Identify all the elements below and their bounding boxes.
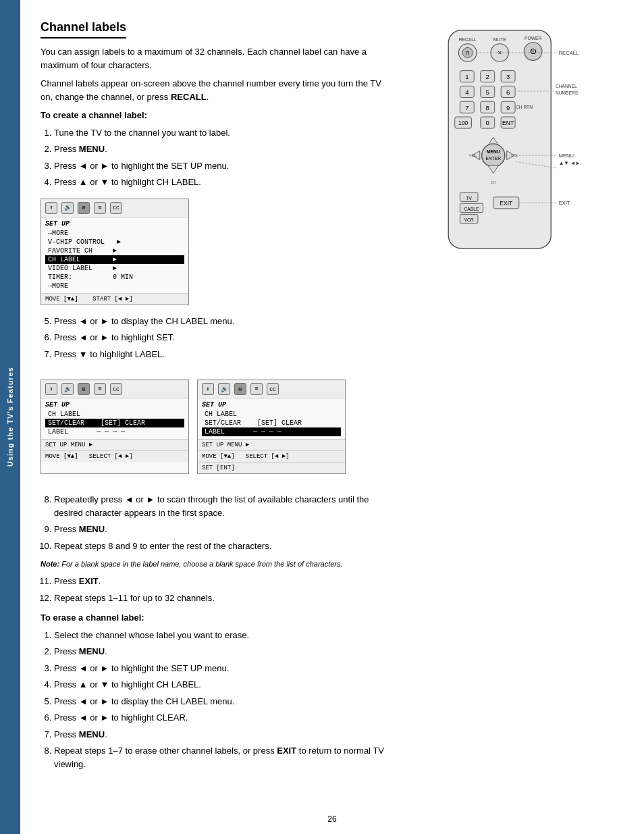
icon-cc: CC <box>110 202 122 214</box>
icon-audio-2a: 🔊 <box>61 383 74 395</box>
menu-icons-row-1: ⬆ 🔊 ⚙ ≡ CC <box>41 199 188 217</box>
step-create-9: Press MENU. <box>54 523 392 536</box>
step-erase-3: Press ◄ or ► to highlight the SET UP men… <box>54 662 392 675</box>
menu-body-2a: SET UP CH LABEL SET/CLEAR [SET] CLEAR LA… <box>41 398 188 439</box>
menu-icons-row-2b: ⬆ 🔊 ⚙ ≡ CC <box>198 380 345 398</box>
step-create-2: Press MENU. <box>54 142 392 156</box>
menu-footer-2b-2: MOVE [▼▲] SELECT [◄ ►] <box>198 450 345 462</box>
remote-illustration: R ✕ ⏻ RECALL MUTE POWER <box>412 27 594 284</box>
step-create-12: Repeat steps 1–11 for up to 32 channels. <box>54 592 392 605</box>
sidebar-label: Using the TV's Features <box>6 367 14 467</box>
icon-pref: ≡ <box>94 202 106 214</box>
menu-icons-row-2a: ⬆ 🔊 ⚙ ≡ CC <box>41 380 188 398</box>
steps-create-list: Tune the TV to the channel you want to l… <box>54 126 392 189</box>
step-erase-6: Press ◄ or ► to highlight CLEAR. <box>54 711 392 725</box>
step-create-1: Tune the TV to the channel you want to l… <box>54 126 392 140</box>
step-erase-7: Press MENU. <box>54 728 392 741</box>
section1-heading: To create a channel label: <box>41 109 392 122</box>
step-erase-8: Repeat steps 1–7 to erase other channel … <box>54 744 392 771</box>
svg-text:POWER: POWER <box>525 36 541 41</box>
icon-cc-2b: CC <box>267 383 279 395</box>
menu-item-vchip: V-CHIP CONTROL ► <box>45 238 184 246</box>
svg-text:▲▼ ◄►: ▲▼ ◄► <box>559 160 581 166</box>
step-erase-2: Press MENU. <box>54 645 392 658</box>
icon-audio-2b: 🔊 <box>218 383 230 395</box>
svg-text:MENU: MENU <box>487 149 500 154</box>
svg-text:CH: CH <box>491 180 496 184</box>
step-create-4: Press ▲ or ▼ to highlight CH LABEL. <box>54 176 392 189</box>
exit-bold-1: EXIT <box>79 576 99 586</box>
svg-text:EXIT: EXIT <box>559 200 570 206</box>
svg-text:⏻: ⏻ <box>530 47 537 55</box>
svg-text:RECALL: RECALL <box>459 37 477 42</box>
menu-footer-2b: SET UP MENU ► <box>198 439 345 450</box>
menu-bold-3: MENU <box>79 646 105 656</box>
menu-screenshot-pair: ⬆ 🔊 ⚙ ≡ CC SET UP CH LABEL SET/CLEAR [SE… <box>41 370 392 484</box>
section2-heading: To erase a channel label: <box>41 611 392 625</box>
menu-item-setclear-2a: SET/CLEAR [SET] CLEAR <box>45 419 184 427</box>
svg-text:5: 5 <box>486 88 489 96</box>
menu-item-label-2b: LABEL — — — — <box>202 427 341 436</box>
menu-footer-2b-3: SET [ENT] <box>198 462 345 473</box>
icon-picture-2b: ⚙ <box>234 383 246 395</box>
menu-title-1: SET UP <box>45 220 184 228</box>
menu-body-2b: SET UP CH LABEL SET/CLEAR [SET] CLEAR LA… <box>198 398 345 439</box>
icon-setup: ⬆ <box>45 202 57 214</box>
svg-text:100: 100 <box>458 120 468 126</box>
menu-title-2b: SET UP <box>202 401 341 409</box>
menu-item-timer: TIMER: 0 MIN <box>45 273 184 282</box>
step-create-10: Repeat steps 8 and 9 to enter the rest o… <box>54 540 392 553</box>
menu-screenshot-1: ⬆ 🔊 ⚙ ≡ CC SET UP →MORE V-CHIP CONTROL ►… <box>41 199 189 305</box>
step-create-8: Repeatedly press ◄ or ► to scan through … <box>54 493 392 519</box>
step-erase-4: Press ▲ or ▼ to highlight CH LABEL. <box>54 678 392 692</box>
page-number: 26 <box>20 814 644 824</box>
svg-text:R: R <box>466 51 469 55</box>
step-erase-1: Select the channel whose label you want … <box>54 629 392 642</box>
main-content: Channel labels You can assign labels to … <box>20 0 644 834</box>
content-right: R ✕ ⏻ RECALL MUTE POWER <box>412 20 601 286</box>
icon-cc-2a: CC <box>110 383 122 395</box>
menu-bold-4: MENU <box>79 729 105 739</box>
icon-picture: ⚙ <box>78 202 90 214</box>
remote-container: R ✕ ⏻ RECALL MUTE POWER <box>412 27 601 286</box>
menu-screenshot-2a: ⬆ 🔊 ⚙ ≡ CC SET UP CH LABEL SET/CLEAR [SE… <box>41 380 189 474</box>
steps-create-list-3: Repeatedly press ◄ or ► to scan through … <box>54 493 392 552</box>
icon-pref-2a: ≡ <box>94 383 106 395</box>
page-number-value: 26 <box>327 814 336 824</box>
svg-text:CHANNEL: CHANNEL <box>556 84 577 88</box>
step-erase-5: Press ◄ or ► to display the CH LABEL men… <box>54 695 392 708</box>
menu-item-favch: FAVORITE CH ► <box>45 246 184 255</box>
steps-erase-list: Select the channel whose label you want … <box>54 629 392 771</box>
steps-create-list-4: Press EXIT. Repeat steps 1–11 for up to … <box>54 575 392 604</box>
menu-item-videolabel: VIDEO LABEL ► <box>45 264 184 273</box>
icon-picture-2a: ⚙ <box>78 383 90 395</box>
menu-item-chlabel-2a: CH LABEL <box>45 410 184 419</box>
menu-item-setclear-2b: SET/CLEAR [SET] CLEAR <box>202 419 341 427</box>
intro-para-2: Channel labels appear on-screen above th… <box>41 77 392 103</box>
svg-text:ENTER: ENTER <box>485 156 501 161</box>
menu-footer-1: MOVE [▼▲] START [◄ ►] <box>41 293 188 305</box>
menu-bold-2: MENU <box>79 524 105 534</box>
svg-text:0: 0 <box>486 119 489 126</box>
recall-bold: RECALL <box>171 92 207 102</box>
page-container: Using the TV's Features Channel labels Y… <box>0 0 644 834</box>
icon-audio: 🔊 <box>61 202 74 214</box>
menu-title-2a: SET UP <box>45 401 184 409</box>
intro-para-1: You can assign labels to a maximum of 32… <box>41 45 392 72</box>
menu-screenshot-2b: ⬆ 🔊 ⚙ ≡ CC SET UP CH LABEL SET/CLEAR [SE… <box>197 380 346 474</box>
menu-item-more2: →MORE <box>45 282 184 290</box>
menu-bold-1: MENU <box>79 144 105 154</box>
svg-text:MENU: MENU <box>559 153 574 159</box>
step-create-6: Press ◄ or ► to highlight SET. <box>54 331 392 344</box>
svg-text:6: 6 <box>506 88 510 96</box>
menu-item-chlabel: CH LABEL ► <box>45 255 184 264</box>
step-create-3: Press ◄ or ► to highlight the SET UP men… <box>54 159 392 173</box>
svg-text:2: 2 <box>486 73 489 80</box>
svg-text:MUTE: MUTE <box>493 37 506 42</box>
note-label: Note: <box>41 560 59 568</box>
svg-text:8: 8 <box>486 104 489 111</box>
icon-setup-2a: ⬆ <box>45 383 57 395</box>
menu-footer-2a: SET UP MENU ► <box>41 439 188 450</box>
menu-footer-2a-2: MOVE [▼▲] SELECT [◄ ►] <box>41 450 188 462</box>
svg-text:ENT: ENT <box>502 120 514 126</box>
